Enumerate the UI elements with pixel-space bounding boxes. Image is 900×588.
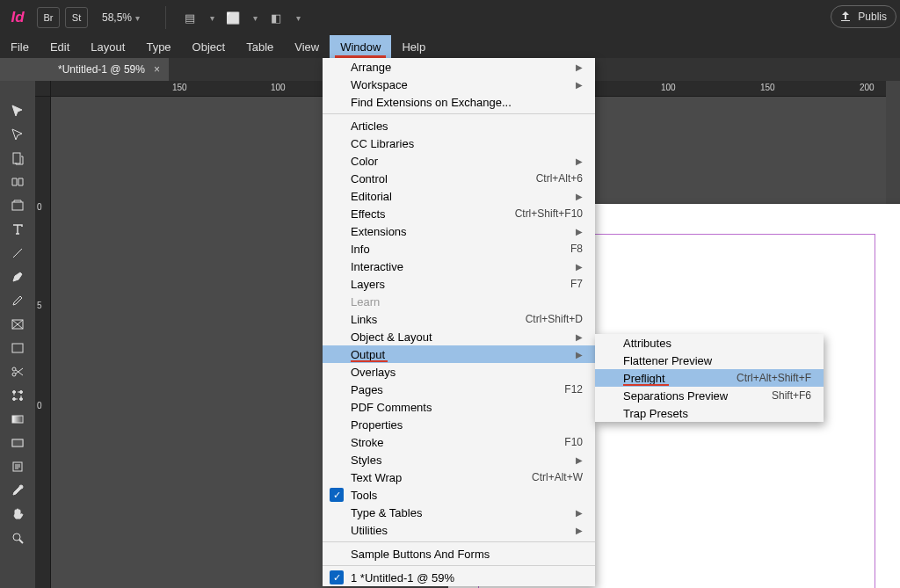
- window-menu-item[interactable]: CC Libraries: [323, 134, 595, 152]
- svg-point-22: [13, 534, 20, 541]
- vertical-ruler[interactable]: 050: [35, 97, 51, 588]
- window-menu-item[interactable]: Editorial▶: [323, 187, 595, 205]
- window-menu-item[interactable]: Arrange▶: [323, 58, 595, 76]
- menu-item-label: Sample Buttons And Forms: [351, 548, 583, 561]
- eyedropper-tool-icon[interactable]: [3, 478, 33, 502]
- menu-layout[interactable]: Layout: [80, 35, 135, 58]
- menu-item-label: Separations Preview: [623, 389, 745, 403]
- ruler-tick: 0: [37, 202, 42, 212]
- menu-item-label: 1 *Untitled-1 @ 59%: [351, 571, 583, 584]
- window-menu-item[interactable]: ✓Tools: [323, 486, 595, 504]
- direct-selection-tool-icon[interactable]: [3, 122, 33, 146]
- window-menu-item[interactable]: LinksCtrl+Shift+D: [323, 310, 595, 328]
- ruler-tick: 100: [271, 83, 286, 92]
- svg-point-10: [13, 390, 16, 393]
- svg-point-11: [20, 390, 23, 393]
- window-menu-item[interactable]: Styles▶: [323, 451, 595, 468]
- output-submenu-dropdown: AttributesFlattener PreviewPreflightCtrl…: [595, 334, 824, 422]
- window-menu-item[interactable]: InfoF8: [323, 240, 595, 258]
- pencil-tool-icon[interactable]: [3, 288, 33, 312]
- menu-file[interactable]: File: [0, 35, 40, 58]
- check-icon: ✓: [330, 488, 344, 502]
- window-menu-item[interactable]: Output▶: [323, 345, 595, 363]
- menu-window[interactable]: Window: [330, 35, 391, 58]
- window-menu-item[interactable]: StrokeF10: [323, 433, 595, 451]
- window-menu-item[interactable]: Overlays: [323, 363, 595, 381]
- note-tool-icon[interactable]: [3, 454, 33, 478]
- window-menu-item[interactable]: Object & Layout▶: [323, 328, 595, 345]
- window-menu-item[interactable]: ControlCtrl+Alt+6: [323, 170, 595, 187]
- menu-view[interactable]: View: [284, 35, 330, 58]
- menu-item-label: Utilities: [351, 524, 549, 537]
- zoom-tool-icon[interactable]: [3, 526, 33, 549]
- window-menu-item[interactable]: Utilities▶: [323, 521, 595, 539]
- zoom-level-text[interactable]: 58,5%▾: [102, 11, 155, 24]
- ruler-tick: 150: [172, 83, 187, 92]
- svg-point-12: [13, 397, 16, 400]
- window-menu-item[interactable]: Color▶: [323, 152, 595, 170]
- stock-button[interactable]: St: [65, 7, 88, 28]
- ruler-tick: 150: [760, 83, 775, 92]
- view-options-dropdown[interactable]: ▤▾: [177, 8, 214, 27]
- menu-type[interactable]: Type: [135, 35, 181, 58]
- menu-edit[interactable]: Edit: [40, 35, 80, 58]
- page-tool-icon[interactable]: [3, 146, 33, 170]
- window-menu-item[interactable]: Properties: [323, 416, 595, 433]
- window-menu-item[interactable]: Extensions▶: [323, 222, 595, 240]
- arrange-docs-dropdown[interactable]: ◧▾: [263, 8, 301, 27]
- menu-item-shortcut: F8: [570, 243, 583, 255]
- window-menu-item[interactable]: EffectsCtrl+Shift+F10: [323, 205, 595, 222]
- menu-item-label: PDF Comments: [351, 401, 583, 414]
- window-menu-item[interactable]: LayersF7: [323, 275, 595, 293]
- menu-item-shortcut: F12: [564, 383, 583, 396]
- bridge-button[interactable]: Br: [37, 7, 60, 28]
- rectangle-tool-icon[interactable]: [3, 336, 33, 359]
- window-menu-item[interactable]: PDF Comments: [323, 398, 595, 416]
- svg-line-23: [19, 540, 23, 543]
- window-menu-item[interactable]: Type & Tables▶: [323, 504, 595, 521]
- menu-table[interactable]: Table: [236, 35, 284, 58]
- document-tab[interactable]: *Untitled-1 @ 59% ×: [49, 58, 169, 81]
- output-menu-item[interactable]: Attributes: [595, 334, 824, 352]
- gap-tool-icon[interactable]: [3, 170, 33, 193]
- menu-item-label: Info: [351, 243, 544, 256]
- menu-object[interactable]: Object: [182, 35, 236, 58]
- line-tool-icon[interactable]: [3, 241, 33, 265]
- output-menu-item[interactable]: Flattener Preview: [595, 352, 824, 369]
- submenu-arrow-icon: ▶: [576, 192, 583, 201]
- menu-item-label: CC Libraries: [351, 137, 583, 150]
- type-tool-icon[interactable]: [3, 217, 33, 241]
- window-menu-item[interactable]: ✓1 *Untitled-1 @ 59%: [323, 569, 595, 586]
- window-menu-item[interactable]: Text WrapCtrl+Alt+W: [323, 468, 595, 486]
- rectangle-frame-tool-icon[interactable]: [3, 312, 33, 336]
- window-menu-item[interactable]: Interactive▶: [323, 258, 595, 275]
- output-menu-item[interactable]: Trap Presets: [595, 404, 824, 422]
- menu-help[interactable]: Help: [391, 35, 436, 58]
- output-menu-item[interactable]: Separations PreviewShift+F6: [595, 387, 824, 404]
- window-menu-item[interactable]: Articles: [323, 117, 595, 134]
- content-collector-icon[interactable]: [3, 193, 33, 217]
- annotation-underline: [351, 360, 388, 362]
- gradient-swatch-tool-icon[interactable]: [3, 407, 33, 431]
- publish-online-button[interactable]: Publis: [831, 5, 896, 28]
- menu-item-shortcut: Shift+F6: [772, 389, 811, 402]
- selection-tool-icon[interactable]: [3, 98, 33, 122]
- window-menu-item[interactable]: Workspace▶: [323, 76, 595, 93]
- window-menu-item[interactable]: PagesF12: [323, 381, 595, 398]
- output-menu-item[interactable]: PreflightCtrl+Alt+Shift+F: [595, 369, 824, 387]
- close-tab-button[interactable]: ×: [154, 63, 160, 76]
- gradient-feather-tool-icon[interactable]: [3, 431, 33, 454]
- menu-separator: [323, 541, 595, 542]
- divider: [165, 6, 166, 29]
- menu-item-label: Trap Presets: [623, 407, 811, 420]
- hand-tool-icon[interactable]: [3, 502, 33, 526]
- screen-mode-dropdown[interactable]: ⬜▾: [220, 8, 258, 27]
- svg-rect-14: [12, 416, 23, 423]
- scissors-tool-icon[interactable]: [3, 359, 33, 383]
- pen-tool-icon[interactable]: [3, 265, 33, 288]
- window-menu-item[interactable]: Find Extensions on Exchange...: [323, 93, 595, 111]
- menu-item-shortcut: F10: [564, 436, 583, 448]
- window-menu-item[interactable]: Sample Buttons And Forms: [323, 545, 595, 563]
- tool-panel: [0, 81, 35, 588]
- free-transform-tool-icon[interactable]: [3, 383, 33, 407]
